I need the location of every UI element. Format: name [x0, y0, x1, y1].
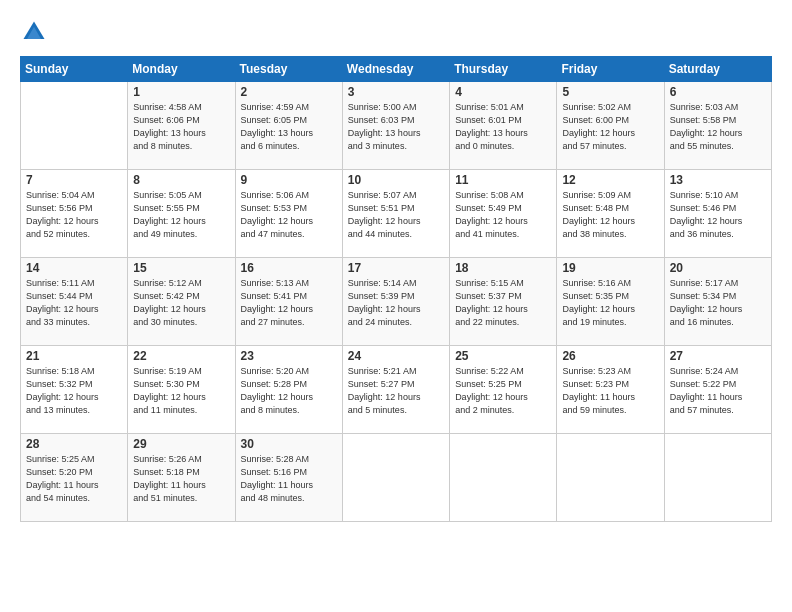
day-number: 8: [133, 173, 229, 187]
day-cell: 5Sunrise: 5:02 AM Sunset: 6:00 PM Daylig…: [557, 82, 664, 170]
day-info: Sunrise: 5:01 AM Sunset: 6:01 PM Dayligh…: [455, 101, 551, 153]
day-cell: 10Sunrise: 5:07 AM Sunset: 5:51 PM Dayli…: [342, 170, 449, 258]
day-cell: 16Sunrise: 5:13 AM Sunset: 5:41 PM Dayli…: [235, 258, 342, 346]
day-info: Sunrise: 5:21 AM Sunset: 5:27 PM Dayligh…: [348, 365, 444, 417]
day-info: Sunrise: 5:10 AM Sunset: 5:46 PM Dayligh…: [670, 189, 766, 241]
day-cell: 14Sunrise: 5:11 AM Sunset: 5:44 PM Dayli…: [21, 258, 128, 346]
day-info: Sunrise: 5:12 AM Sunset: 5:42 PM Dayligh…: [133, 277, 229, 329]
day-info: Sunrise: 5:18 AM Sunset: 5:32 PM Dayligh…: [26, 365, 122, 417]
header: [20, 18, 772, 46]
day-number: 17: [348, 261, 444, 275]
week-row-3: 14Sunrise: 5:11 AM Sunset: 5:44 PM Dayli…: [21, 258, 772, 346]
day-number: 14: [26, 261, 122, 275]
day-number: 4: [455, 85, 551, 99]
header-cell-thursday: Thursday: [450, 57, 557, 82]
day-cell: 25Sunrise: 5:22 AM Sunset: 5:25 PM Dayli…: [450, 346, 557, 434]
day-cell: 26Sunrise: 5:23 AM Sunset: 5:23 PM Dayli…: [557, 346, 664, 434]
header-cell-wednesday: Wednesday: [342, 57, 449, 82]
day-cell: 17Sunrise: 5:14 AM Sunset: 5:39 PM Dayli…: [342, 258, 449, 346]
day-info: Sunrise: 5:14 AM Sunset: 5:39 PM Dayligh…: [348, 277, 444, 329]
day-info: Sunrise: 5:13 AM Sunset: 5:41 PM Dayligh…: [241, 277, 337, 329]
day-cell: 24Sunrise: 5:21 AM Sunset: 5:27 PM Dayli…: [342, 346, 449, 434]
logo: [20, 18, 52, 46]
day-info: Sunrise: 5:16 AM Sunset: 5:35 PM Dayligh…: [562, 277, 658, 329]
calendar-body: 1Sunrise: 4:58 AM Sunset: 6:06 PM Daylig…: [21, 82, 772, 522]
day-number: 22: [133, 349, 229, 363]
day-info: Sunrise: 5:02 AM Sunset: 6:00 PM Dayligh…: [562, 101, 658, 153]
day-info: Sunrise: 5:00 AM Sunset: 6:03 PM Dayligh…: [348, 101, 444, 153]
day-info: Sunrise: 4:58 AM Sunset: 6:06 PM Dayligh…: [133, 101, 229, 153]
day-cell: 13Sunrise: 5:10 AM Sunset: 5:46 PM Dayli…: [664, 170, 771, 258]
day-number: 1: [133, 85, 229, 99]
day-cell: 28Sunrise: 5:25 AM Sunset: 5:20 PM Dayli…: [21, 434, 128, 522]
day-number: 28: [26, 437, 122, 451]
calendar-header: SundayMondayTuesdayWednesdayThursdayFrid…: [21, 57, 772, 82]
day-number: 15: [133, 261, 229, 275]
header-cell-sunday: Sunday: [21, 57, 128, 82]
day-number: 12: [562, 173, 658, 187]
week-row-2: 7Sunrise: 5:04 AM Sunset: 5:56 PM Daylig…: [21, 170, 772, 258]
day-info: Sunrise: 5:24 AM Sunset: 5:22 PM Dayligh…: [670, 365, 766, 417]
day-number: 26: [562, 349, 658, 363]
day-cell: 4Sunrise: 5:01 AM Sunset: 6:01 PM Daylig…: [450, 82, 557, 170]
day-info: Sunrise: 5:08 AM Sunset: 5:49 PM Dayligh…: [455, 189, 551, 241]
day-number: 13: [670, 173, 766, 187]
week-row-4: 21Sunrise: 5:18 AM Sunset: 5:32 PM Dayli…: [21, 346, 772, 434]
week-row-1: 1Sunrise: 4:58 AM Sunset: 6:06 PM Daylig…: [21, 82, 772, 170]
day-info: Sunrise: 5:22 AM Sunset: 5:25 PM Dayligh…: [455, 365, 551, 417]
day-number: 25: [455, 349, 551, 363]
day-info: Sunrise: 5:17 AM Sunset: 5:34 PM Dayligh…: [670, 277, 766, 329]
day-info: Sunrise: 5:25 AM Sunset: 5:20 PM Dayligh…: [26, 453, 122, 505]
day-number: 3: [348, 85, 444, 99]
day-info: Sunrise: 5:05 AM Sunset: 5:55 PM Dayligh…: [133, 189, 229, 241]
day-cell: 20Sunrise: 5:17 AM Sunset: 5:34 PM Dayli…: [664, 258, 771, 346]
header-cell-friday: Friday: [557, 57, 664, 82]
day-info: Sunrise: 5:26 AM Sunset: 5:18 PM Dayligh…: [133, 453, 229, 505]
day-cell: 22Sunrise: 5:19 AM Sunset: 5:30 PM Dayli…: [128, 346, 235, 434]
day-info: Sunrise: 5:23 AM Sunset: 5:23 PM Dayligh…: [562, 365, 658, 417]
day-cell: 23Sunrise: 5:20 AM Sunset: 5:28 PM Dayli…: [235, 346, 342, 434]
day-number: 7: [26, 173, 122, 187]
day-cell: 11Sunrise: 5:08 AM Sunset: 5:49 PM Dayli…: [450, 170, 557, 258]
day-cell: 15Sunrise: 5:12 AM Sunset: 5:42 PM Dayli…: [128, 258, 235, 346]
day-number: 11: [455, 173, 551, 187]
day-info: Sunrise: 5:09 AM Sunset: 5:48 PM Dayligh…: [562, 189, 658, 241]
day-cell: 8Sunrise: 5:05 AM Sunset: 5:55 PM Daylig…: [128, 170, 235, 258]
day-cell: 30Sunrise: 5:28 AM Sunset: 5:16 PM Dayli…: [235, 434, 342, 522]
day-cell: [450, 434, 557, 522]
day-number: 27: [670, 349, 766, 363]
day-info: Sunrise: 5:07 AM Sunset: 5:51 PM Dayligh…: [348, 189, 444, 241]
day-info: Sunrise: 5:28 AM Sunset: 5:16 PM Dayligh…: [241, 453, 337, 505]
header-cell-monday: Monday: [128, 57, 235, 82]
day-number: 5: [562, 85, 658, 99]
day-info: Sunrise: 5:03 AM Sunset: 5:58 PM Dayligh…: [670, 101, 766, 153]
header-row: SundayMondayTuesdayWednesdayThursdayFrid…: [21, 57, 772, 82]
day-cell: 1Sunrise: 4:58 AM Sunset: 6:06 PM Daylig…: [128, 82, 235, 170]
week-row-5: 28Sunrise: 5:25 AM Sunset: 5:20 PM Dayli…: [21, 434, 772, 522]
day-number: 23: [241, 349, 337, 363]
day-number: 29: [133, 437, 229, 451]
day-info: Sunrise: 5:15 AM Sunset: 5:37 PM Dayligh…: [455, 277, 551, 329]
day-info: Sunrise: 5:11 AM Sunset: 5:44 PM Dayligh…: [26, 277, 122, 329]
day-info: Sunrise: 5:06 AM Sunset: 5:53 PM Dayligh…: [241, 189, 337, 241]
header-cell-saturday: Saturday: [664, 57, 771, 82]
day-cell: 18Sunrise: 5:15 AM Sunset: 5:37 PM Dayli…: [450, 258, 557, 346]
header-cell-tuesday: Tuesday: [235, 57, 342, 82]
day-cell: 29Sunrise: 5:26 AM Sunset: 5:18 PM Dayli…: [128, 434, 235, 522]
day-info: Sunrise: 5:19 AM Sunset: 5:30 PM Dayligh…: [133, 365, 229, 417]
page: SundayMondayTuesdayWednesdayThursdayFrid…: [0, 0, 792, 612]
day-info: Sunrise: 4:59 AM Sunset: 6:05 PM Dayligh…: [241, 101, 337, 153]
day-cell: 12Sunrise: 5:09 AM Sunset: 5:48 PM Dayli…: [557, 170, 664, 258]
day-cell: [21, 82, 128, 170]
calendar-table: SundayMondayTuesdayWednesdayThursdayFrid…: [20, 56, 772, 522]
day-cell: 19Sunrise: 5:16 AM Sunset: 5:35 PM Dayli…: [557, 258, 664, 346]
day-cell: 9Sunrise: 5:06 AM Sunset: 5:53 PM Daylig…: [235, 170, 342, 258]
day-cell: 3Sunrise: 5:00 AM Sunset: 6:03 PM Daylig…: [342, 82, 449, 170]
day-cell: [557, 434, 664, 522]
day-number: 6: [670, 85, 766, 99]
day-number: 9: [241, 173, 337, 187]
day-info: Sunrise: 5:20 AM Sunset: 5:28 PM Dayligh…: [241, 365, 337, 417]
day-cell: 27Sunrise: 5:24 AM Sunset: 5:22 PM Dayli…: [664, 346, 771, 434]
day-cell: [664, 434, 771, 522]
day-cell: 7Sunrise: 5:04 AM Sunset: 5:56 PM Daylig…: [21, 170, 128, 258]
